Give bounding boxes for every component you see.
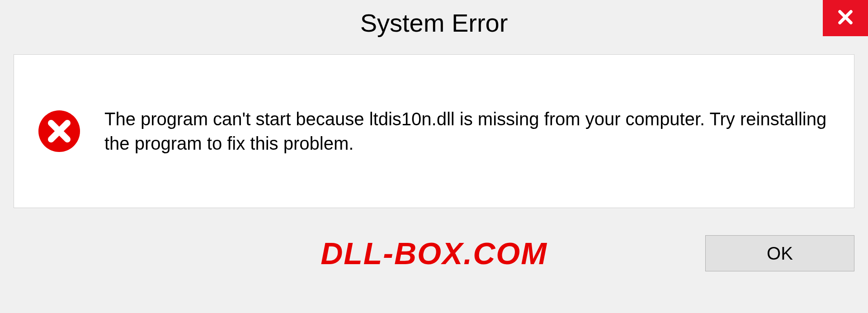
dialog-title: System Error [360,8,508,38]
error-message: The program can't start because ltdis10n… [104,107,831,156]
error-dialog: System Error The program can't start bec… [0,0,868,313]
close-button[interactable] [823,0,868,36]
watermark-text: DLL-BOX.COM [321,236,547,271]
content-panel: The program can't start because ltdis10n… [14,54,854,208]
titlebar: System Error [0,0,868,45]
close-icon [836,8,855,28]
footer: DLL-BOX.COM OK [14,208,854,299]
ok-button[interactable]: OK [705,235,854,271]
error-icon [37,109,82,154]
